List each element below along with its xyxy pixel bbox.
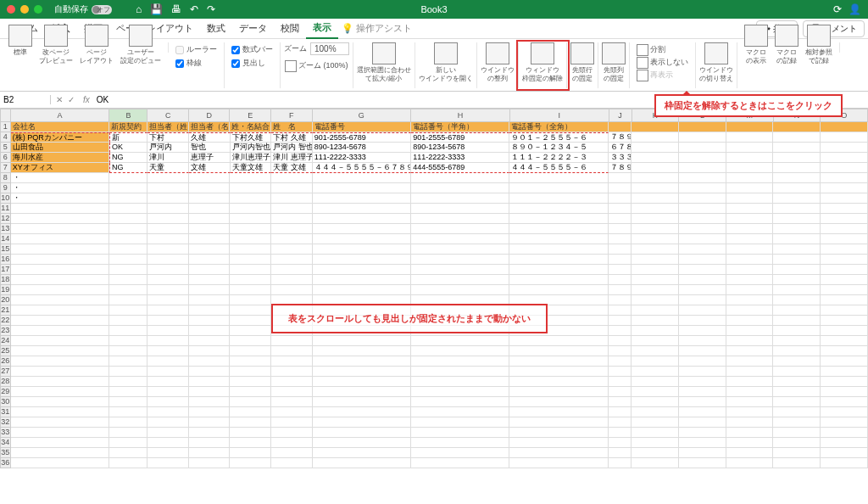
cell[interactable] <box>230 458 271 468</box>
cell[interactable] <box>11 224 109 234</box>
worksheet[interactable]: A B C D E F G H I J K L M N O 1 会社名 新規契約… <box>0 109 868 502</box>
row-header[interactable]: 17 <box>0 265 11 275</box>
cell[interactable] <box>11 407 109 417</box>
cell[interactable] <box>147 397 189 407</box>
cell[interactable] <box>11 295 109 305</box>
cell[interactable] <box>313 214 411 224</box>
cell[interactable] <box>821 387 868 397</box>
cell[interactable] <box>679 255 726 265</box>
cell[interactable] <box>313 407 411 417</box>
cell[interactable] <box>147 224 189 234</box>
cell[interactable] <box>821 448 868 458</box>
cell[interactable] <box>313 255 411 265</box>
cell[interactable] <box>147 326 189 336</box>
cell[interactable]: 山田食品 <box>11 143 109 153</box>
cell[interactable] <box>609 448 632 458</box>
cell[interactable] <box>509 407 608 417</box>
cell[interactable]: 戸河内 智也 <box>271 143 313 153</box>
cell[interactable] <box>821 356 868 367</box>
cell[interactable]: ７８９ <box>609 163 632 173</box>
cell[interactable] <box>726 397 774 407</box>
cell[interactable] <box>147 204 189 214</box>
cell[interactable] <box>821 367 868 377</box>
cell[interactable] <box>821 214 868 224</box>
cell[interactable] <box>109 356 147 367</box>
row-header[interactable]: 9 <box>0 183 11 193</box>
cell[interactable] <box>509 265 608 275</box>
cell[interactable] <box>679 305 726 316</box>
cell[interactable] <box>609 234 632 244</box>
col-header-f[interactable]: F <box>271 109 313 122</box>
cell[interactable] <box>11 316 109 326</box>
cell[interactable] <box>411 397 509 407</box>
cell[interactable] <box>411 448 509 458</box>
cell[interactable] <box>271 204 313 214</box>
cell[interactable] <box>509 417 608 428</box>
redo-icon[interactable]: ↷ <box>207 3 215 15</box>
cell[interactable] <box>271 356 313 367</box>
cell[interactable] <box>147 275 189 285</box>
cell[interactable]: 天童 文雄 <box>271 163 313 173</box>
cell[interactable] <box>609 438 632 448</box>
cell[interactable] <box>609 428 632 438</box>
cell[interactable] <box>773 438 821 448</box>
cell[interactable] <box>230 326 271 336</box>
close-window-icon[interactable] <box>7 5 15 14</box>
cell[interactable] <box>609 336 632 346</box>
cell[interactable] <box>509 448 608 458</box>
relative-reference-icon[interactable] <box>807 25 831 47</box>
cell[interactable] <box>147 428 189 438</box>
row-header[interactable]: 24 <box>0 336 11 346</box>
cell[interactable] <box>679 407 726 417</box>
cell[interactable] <box>609 326 632 336</box>
cell[interactable] <box>313 377 411 387</box>
cell[interactable] <box>147 336 189 346</box>
cell[interactable] <box>11 346 109 356</box>
cell[interactable] <box>313 224 411 234</box>
cell[interactable] <box>11 438 109 448</box>
cancel-formula-icon[interactable]: ✕ <box>56 95 63 104</box>
cell[interactable]: NG <box>109 163 147 173</box>
new-window-icon[interactable] <box>434 42 458 64</box>
cell[interactable] <box>679 183 726 193</box>
cell[interactable] <box>147 214 189 224</box>
cell[interactable] <box>147 356 189 367</box>
cell[interactable] <box>679 214 726 224</box>
cell[interactable] <box>632 204 679 214</box>
cell[interactable]: 901-2555-6789 <box>411 132 509 143</box>
cell[interactable] <box>411 367 509 377</box>
cell[interactable] <box>509 346 608 356</box>
cell[interactable] <box>609 367 632 377</box>
cell[interactable] <box>679 122 726 132</box>
cell[interactable] <box>411 387 509 397</box>
cell[interactable] <box>609 407 632 417</box>
cell[interactable] <box>726 417 774 428</box>
cell[interactable] <box>726 346 774 356</box>
cell[interactable] <box>109 214 147 224</box>
cell[interactable] <box>609 122 632 132</box>
cell[interactable] <box>189 438 231 448</box>
cell[interactable]: 901-2555-6789 <box>313 132 411 143</box>
gridlines-checkbox[interactable]: 枠線 <box>175 58 217 69</box>
cell[interactable] <box>189 265 231 275</box>
cell[interactable] <box>821 224 868 234</box>
cell[interactable] <box>11 397 109 407</box>
cell[interactable] <box>609 295 632 305</box>
cell[interactable]: 下村久雄 <box>231 132 272 143</box>
cell[interactable] <box>609 285 632 295</box>
cell[interactable] <box>189 326 231 336</box>
cell[interactable] <box>821 163 868 173</box>
cell[interactable] <box>679 346 726 356</box>
pagebreak-preview-icon[interactable] <box>44 25 68 47</box>
cell[interactable] <box>773 295 821 305</box>
cell[interactable]: 姓 名 <box>271 122 313 132</box>
cell[interactable] <box>509 367 608 377</box>
cell[interactable] <box>11 377 109 387</box>
cell[interactable]: 担当者（名） <box>189 122 231 132</box>
cell[interactable] <box>773 153 821 163</box>
cell[interactable] <box>313 387 411 397</box>
cell[interactable] <box>726 183 774 193</box>
col-header-g[interactable]: G <box>313 109 412 122</box>
cell[interactable] <box>147 295 189 305</box>
col-header-j[interactable]: J <box>609 109 632 122</box>
